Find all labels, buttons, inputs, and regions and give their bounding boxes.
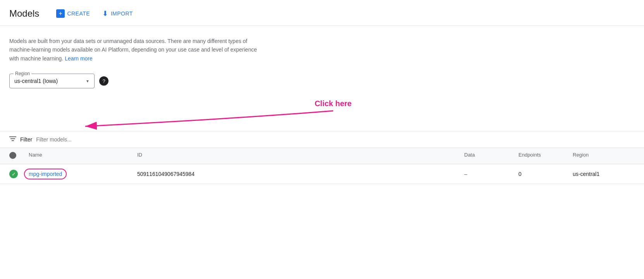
row-status-cell: ✓ xyxy=(9,170,29,178)
filter-label: Filter xyxy=(20,136,32,143)
region-value: us-central1 (Iowa) xyxy=(14,78,58,84)
region-selector: Region us-central1 (Iowa) ▼ ? xyxy=(9,74,108,88)
create-button[interactable]: + CREATE xyxy=(52,6,95,21)
col-id: ID xyxy=(137,152,464,160)
filter-input[interactable] xyxy=(36,136,635,143)
description-section: Models are built from your data sets or … xyxy=(0,26,271,71)
col-status xyxy=(9,152,29,160)
col-region: Region xyxy=(573,152,635,160)
filter-icon xyxy=(9,136,16,143)
model-name-link[interactable]: mpg-imported xyxy=(29,171,62,177)
row-endpoints-cell: 0 xyxy=(518,171,573,177)
page-title: Models xyxy=(9,8,39,19)
row-region-cell: us-central1 xyxy=(573,171,635,177)
col-name: Name xyxy=(29,152,137,160)
arrow-annotation xyxy=(0,96,644,131)
filter-bar: Filter xyxy=(0,131,644,148)
import-button[interactable]: ⬇ IMPORT xyxy=(98,6,138,21)
status-success-icon: ✓ xyxy=(9,170,18,178)
region-section: Region us-central1 (Iowa) ▼ ? xyxy=(0,71,644,96)
table-row: ✓ mpg-imported 5091161049067945984 – 0 u… xyxy=(0,164,644,184)
header-actions: + CREATE ⬇ IMPORT xyxy=(52,6,137,21)
create-icon: + xyxy=(56,9,65,18)
help-icon[interactable]: ? xyxy=(99,76,108,86)
table-header: Name ID Data Endpoints Region xyxy=(0,148,644,164)
import-icon: ⬇ xyxy=(102,9,108,18)
annotation-area: Click here xyxy=(0,96,644,131)
row-data-cell: – xyxy=(464,171,518,177)
col-data: Data xyxy=(464,152,518,160)
page-header: Models + CREATE ⬇ IMPORT xyxy=(0,0,644,26)
description-text: Models are built from your data sets or … xyxy=(9,37,262,63)
region-dropdown[interactable]: Region us-central1 (Iowa) ▼ xyxy=(9,74,95,88)
row-name-cell: mpg-imported xyxy=(29,171,137,177)
col-endpoints: Endpoints xyxy=(518,152,573,160)
status-header-icon xyxy=(9,152,16,159)
row-id-cell: 5091161049067945984 xyxy=(137,171,464,177)
learn-more-link[interactable]: Learn more xyxy=(65,55,93,62)
region-label: Region xyxy=(14,71,31,76)
model-name-circled: mpg-imported xyxy=(29,171,62,177)
models-table: Name ID Data Endpoints Region ✓ mpg-impo… xyxy=(0,148,644,184)
chevron-down-icon: ▼ xyxy=(86,79,90,83)
